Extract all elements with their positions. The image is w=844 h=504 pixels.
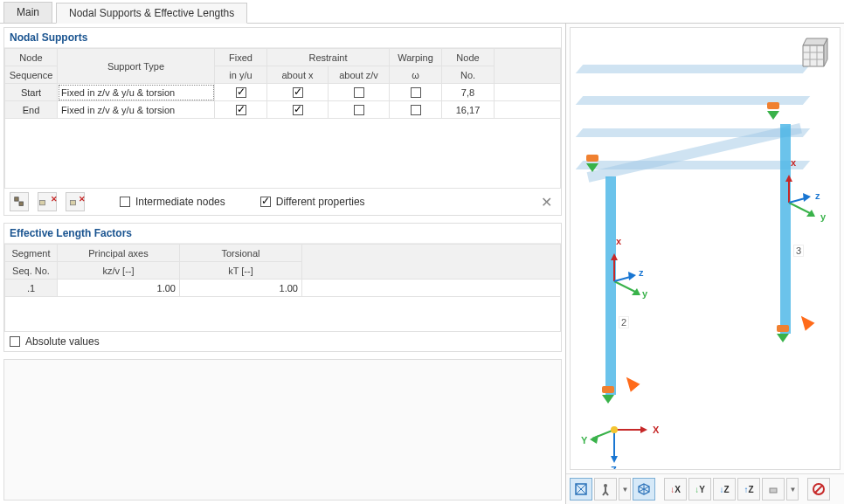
hdr-restraint: Restraint [267, 49, 390, 66]
svg-marker-15 [803, 193, 811, 202]
cell-seq: Start [5, 84, 58, 101]
support-icon [767, 111, 779, 120]
hdr-restraint-zv: about z/v [329, 66, 390, 84]
svg-rect-2 [40, 201, 45, 205]
cell-support-type[interactable]: Fixed in z/v & y/u & torsion [58, 101, 215, 119]
cell-fixed-yu[interactable] [215, 84, 267, 101]
support-icon [586, 163, 598, 172]
close-icon[interactable]: ✕ [536, 192, 556, 211]
tab-main[interactable]: Main [3, 2, 52, 23]
cell-restraint-zv[interactable] [329, 101, 390, 119]
hdr-kt: kT [--] [180, 262, 302, 280]
arrow-icon [796, 312, 814, 330]
btn-view-y[interactable]: ↓Y [688, 478, 711, 501]
table-row[interactable]: .1 1.00 1.00 [5, 280, 561, 297]
axis-z-label: z [815, 190, 820, 201]
btn-view-cancel[interactable] [807, 478, 830, 501]
svg-marker-13 [806, 210, 815, 217]
panel-effective-lengths: Effective Length Factors Segment Princip… [3, 223, 562, 352]
btn-view-blank[interactable] [762, 478, 785, 501]
svg-marker-24 [803, 45, 824, 66]
chk-absolute-values[interactable]: Absolute values [10, 335, 100, 348]
support-icon [777, 334, 789, 342]
table-row[interactable]: Start Fixed in z/v & y/u & torsion 7,8 [5, 84, 561, 101]
hdr-fixed-yu: in y/u [215, 66, 267, 84]
global-axes-icon [597, 412, 667, 470]
panel-empty [3, 359, 562, 501]
axis-X-label: X [653, 425, 659, 435]
btn-view-iso[interactable] [633, 478, 655, 501]
axis-Z-label: Z [611, 465, 617, 470]
hdr-node-no2: No. [442, 66, 495, 84]
cell-support-type[interactable]: Fixed in z/v & y/u & torsion [58, 84, 215, 101]
panel-title-eff-len: Effective Length Factors [4, 224, 561, 244]
chk-different-props-label: Different properties [276, 196, 365, 208]
navcube-icon[interactable] [796, 33, 834, 72]
cell-restraint-x[interactable] [267, 101, 329, 119]
local-axes-icon [614, 255, 667, 310]
btn-delete-support-left[interactable]: ✕ [38, 192, 57, 211]
local-axes-icon [789, 176, 841, 231]
chk-different-properties[interactable]: Different properties [260, 196, 365, 208]
cell-warping[interactable] [390, 84, 442, 101]
svg-rect-3 [71, 201, 76, 205]
axis-Y-label: Y [581, 435, 587, 445]
cell-seg: .1 [5, 280, 58, 297]
btn-view-dropdown-2[interactable]: ▼ [786, 478, 799, 501]
chk-absolute-label: Absolute values [25, 335, 100, 348]
cell-kt[interactable]: 1.00 [180, 280, 302, 297]
view-toolbar: ▼ ↓X ↓Y ↓Z ↑Z ▼ [566, 473, 844, 504]
chk-intermediate-nodes[interactable]: Intermediate nodes [120, 196, 225, 208]
svg-rect-0 [15, 197, 18, 201]
hdr-restraint-x: about x [267, 66, 329, 84]
axis-y-label: y [820, 211, 826, 222]
svg-marker-17 [640, 426, 647, 433]
cell-fixed-yu[interactable] [215, 101, 267, 119]
cell-restraint-x[interactable] [267, 84, 329, 101]
svg-rect-1 [19, 202, 23, 205]
svg-line-43 [815, 486, 822, 493]
axis-x-label: x [791, 157, 796, 168]
svg-point-33 [604, 484, 607, 487]
btn-view-walk[interactable] [594, 478, 617, 501]
table-row[interactable]: End Fixed in z/v & y/u & torsion 16,17 [5, 101, 561, 119]
arrow-icon [621, 373, 640, 391]
axis-y-label: y [642, 288, 647, 299]
cell-seq: End [5, 101, 58, 119]
btn-delete-support-right[interactable]: ✕ [66, 192, 85, 211]
member-number: 3 [793, 245, 804, 257]
axis-x-label: x [616, 236, 621, 246]
btn-view-z[interactable]: ↓Z [713, 478, 736, 501]
hdr-segment2: Seq. No. [5, 262, 58, 280]
btn-view-z-neg[interactable]: ↑Z [737, 478, 760, 501]
hdr-warping: Warping [390, 49, 442, 66]
hdr-support-type: Support Type [58, 49, 215, 84]
tab-nodal-supports[interactable]: Nodal Supports & Effective Lengths [56, 3, 247, 24]
hdr-node-seq: Node [5, 49, 58, 66]
cell-nodes: 7,8 [442, 84, 495, 101]
btn-view-frame[interactable] [570, 478, 592, 501]
viewport-3d[interactable]: x y z x y z 2 3 [570, 27, 841, 470]
cell-kzv[interactable]: 1.00 [58, 280, 180, 297]
btn-edit-supports[interactable] [10, 192, 29, 211]
member-number: 2 [619, 316, 629, 328]
hdr-node-seq2: Sequence [5, 66, 58, 84]
svg-marker-19 [590, 435, 598, 444]
hdr-segment: Segment [5, 245, 58, 262]
hdr-torsional: Torsional [180, 245, 302, 262]
svg-rect-41 [770, 488, 777, 493]
btn-view-x[interactable]: ↓X [664, 478, 687, 501]
cell-warping[interactable] [390, 101, 442, 119]
panel-title-nodal-supports: Nodal Supports [4, 28, 561, 48]
hdr-node-no: Node [442, 49, 495, 66]
cell-restraint-zv[interactable] [329, 84, 390, 101]
hdr-fixed: Fixed [215, 49, 267, 66]
svg-marker-21 [611, 456, 618, 463]
hdr-kzv: kz/v [--] [58, 262, 180, 280]
svg-marker-9 [628, 272, 636, 280]
btn-view-dropdown[interactable]: ▼ [619, 478, 631, 501]
axis-z-label: z [639, 267, 644, 278]
tab-bar: Main Nodal Supports & Effective Lengths [0, 0, 844, 24]
svg-line-36 [605, 492, 608, 495]
hdr-spacer [495, 49, 561, 84]
